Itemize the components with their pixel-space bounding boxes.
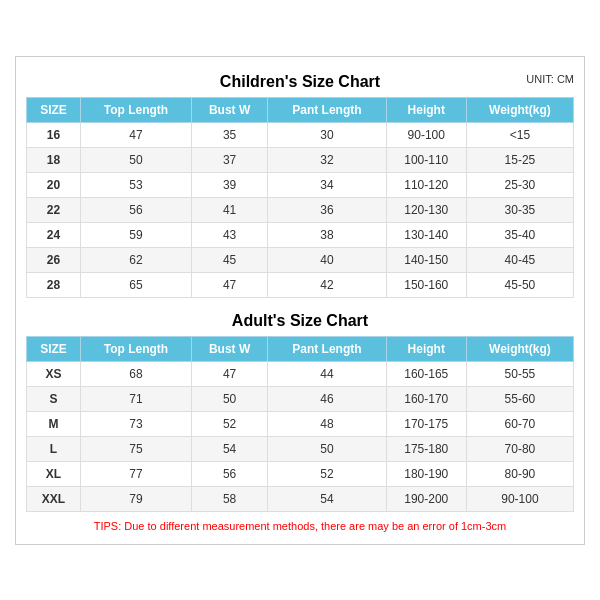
table-cell: 45-50 <box>466 272 573 297</box>
table-cell: 77 <box>80 461 191 486</box>
table-cell: 24 <box>27 222 81 247</box>
adult-section-title: Adult's Size Chart <box>26 306 574 332</box>
children-col-height: Height <box>386 97 466 122</box>
table-cell: 190-200 <box>386 486 466 511</box>
table-cell: 110-120 <box>386 172 466 197</box>
table-cell: 52 <box>268 461 386 486</box>
table-cell: 50 <box>268 436 386 461</box>
table-cell: 35 <box>192 122 268 147</box>
table-cell: 43 <box>192 222 268 247</box>
table-cell: 47 <box>192 272 268 297</box>
table-cell: 44 <box>268 361 386 386</box>
adult-col-weight: Weight(kg) <box>466 336 573 361</box>
table-cell: 80-90 <box>466 461 573 486</box>
table-row: XS684744160-16550-55 <box>27 361 574 386</box>
children-table: SIZE Top Length Bust W Pant Length Heigh… <box>26 97 574 298</box>
table-cell: 45 <box>192 247 268 272</box>
table-cell: 26 <box>27 247 81 272</box>
table-cell: 40-45 <box>466 247 573 272</box>
table-cell: 70-80 <box>466 436 573 461</box>
unit-label: UNIT: CM <box>526 73 574 85</box>
table-row: 20533934110-12025-30 <box>27 172 574 197</box>
table-cell: 36 <box>268 197 386 222</box>
table-cell: 60-70 <box>466 411 573 436</box>
children-col-top: Top Length <box>80 97 191 122</box>
table-cell: XS <box>27 361 81 386</box>
table-cell: 56 <box>80 197 191 222</box>
table-cell: 15-25 <box>466 147 573 172</box>
table-cell: 90-100 <box>466 486 573 511</box>
table-cell: 30-35 <box>466 197 573 222</box>
table-cell: 54 <box>192 436 268 461</box>
table-cell: 160-165 <box>386 361 466 386</box>
table-cell: 38 <box>268 222 386 247</box>
table-cell: 79 <box>80 486 191 511</box>
table-row: M735248170-17560-70 <box>27 411 574 436</box>
table-cell: 40 <box>268 247 386 272</box>
table-cell: 46 <box>268 386 386 411</box>
table-row: S715046160-17055-60 <box>27 386 574 411</box>
chart-container: Children's Size Chart UNIT: CM SIZE Top … <box>15 56 585 545</box>
table-cell: 53 <box>80 172 191 197</box>
children-col-weight: Weight(kg) <box>466 97 573 122</box>
table-row: 22564136120-13030-35 <box>27 197 574 222</box>
table-cell: 62 <box>80 247 191 272</box>
table-cell: 41 <box>192 197 268 222</box>
table-cell: 34 <box>268 172 386 197</box>
table-cell: 18 <box>27 147 81 172</box>
children-col-size: SIZE <box>27 97 81 122</box>
table-cell: 150-160 <box>386 272 466 297</box>
table-cell: 180-190 <box>386 461 466 486</box>
table-cell: 71 <box>80 386 191 411</box>
table-cell: 16 <box>27 122 81 147</box>
table-row: 1647353090-100<15 <box>27 122 574 147</box>
table-cell: L <box>27 436 81 461</box>
table-cell: 52 <box>192 411 268 436</box>
table-cell: 120-130 <box>386 197 466 222</box>
table-cell: 90-100 <box>386 122 466 147</box>
table-row: 28654742150-16045-50 <box>27 272 574 297</box>
table-cell: 39 <box>192 172 268 197</box>
table-cell: 48 <box>268 411 386 436</box>
table-cell: 68 <box>80 361 191 386</box>
table-cell: 100-110 <box>386 147 466 172</box>
table-row: 24594338130-14035-40 <box>27 222 574 247</box>
tips-text: TIPS: Due to different measurement metho… <box>26 518 574 534</box>
table-cell: 58 <box>192 486 268 511</box>
table-cell: 54 <box>268 486 386 511</box>
adult-col-top: Top Length <box>80 336 191 361</box>
children-header-row: SIZE Top Length Bust W Pant Length Heigh… <box>27 97 574 122</box>
table-cell: 75 <box>80 436 191 461</box>
table-row: L755450175-18070-80 <box>27 436 574 461</box>
adult-col-pant: Pant Length <box>268 336 386 361</box>
adult-col-size: SIZE <box>27 336 81 361</box>
table-cell: 30 <box>268 122 386 147</box>
table-cell: 32 <box>268 147 386 172</box>
table-cell: 37 <box>192 147 268 172</box>
adult-header-row: SIZE Top Length Bust W Pant Length Heigh… <box>27 336 574 361</box>
children-col-bust: Bust W <box>192 97 268 122</box>
table-cell: 50-55 <box>466 361 573 386</box>
adult-section: Adult's Size Chart SIZE Top Length Bust … <box>26 306 574 512</box>
table-cell: 140-150 <box>386 247 466 272</box>
table-cell: 47 <box>80 122 191 147</box>
children-col-pant: Pant Length <box>268 97 386 122</box>
table-cell: 22 <box>27 197 81 222</box>
table-row: XL775652180-19080-90 <box>27 461 574 486</box>
table-cell: <15 <box>466 122 573 147</box>
table-cell: 42 <box>268 272 386 297</box>
table-cell: 65 <box>80 272 191 297</box>
table-cell: 73 <box>80 411 191 436</box>
adult-table: SIZE Top Length Bust W Pant Length Heigh… <box>26 336 574 512</box>
table-cell: 20 <box>27 172 81 197</box>
table-cell: S <box>27 386 81 411</box>
table-cell: XXL <box>27 486 81 511</box>
table-cell: XL <box>27 461 81 486</box>
table-row: XXL795854190-20090-100 <box>27 486 574 511</box>
table-row: 26624540140-15040-45 <box>27 247 574 272</box>
table-cell: 47 <box>192 361 268 386</box>
table-row: 18503732100-11015-25 <box>27 147 574 172</box>
adult-col-height: Height <box>386 336 466 361</box>
table-cell: 35-40 <box>466 222 573 247</box>
table-cell: 175-180 <box>386 436 466 461</box>
